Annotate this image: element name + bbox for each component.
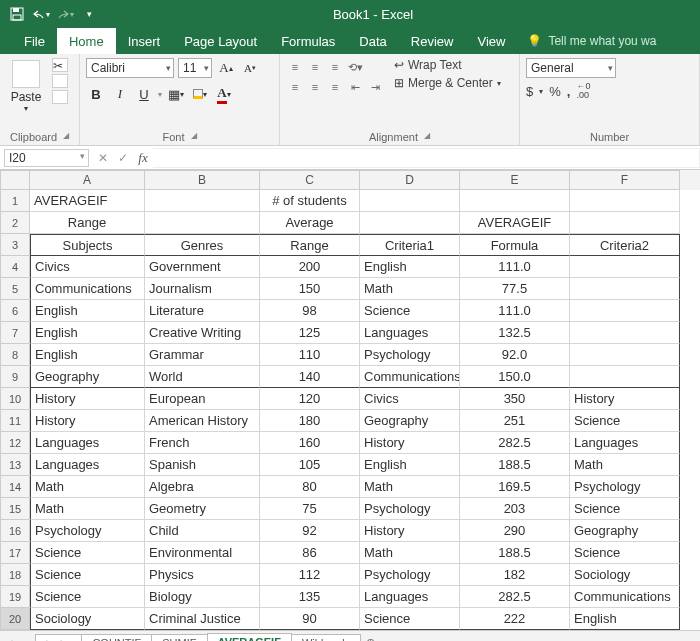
cell[interactable] bbox=[360, 190, 460, 212]
currency-button[interactable]: $ bbox=[526, 84, 533, 99]
sheet-tab[interactable]: COUNTIF bbox=[81, 634, 152, 642]
column-header[interactable]: F bbox=[570, 170, 680, 190]
cell[interactable]: 150.0 bbox=[460, 366, 570, 388]
cell[interactable]: Geometry bbox=[145, 498, 260, 520]
merge-center-button[interactable]: ⊞Merge & Center ▾ bbox=[394, 76, 501, 90]
cell[interactable]: 125 bbox=[260, 322, 360, 344]
cell[interactable]: History bbox=[30, 388, 145, 410]
cell[interactable]: English bbox=[360, 454, 460, 476]
cell[interactable]: Science bbox=[30, 564, 145, 586]
cell[interactable] bbox=[145, 190, 260, 212]
cell[interactable]: 77.5 bbox=[460, 278, 570, 300]
cell[interactable]: # of students bbox=[260, 190, 360, 212]
cell[interactable]: Science bbox=[570, 498, 680, 520]
cell[interactable]: European bbox=[145, 388, 260, 410]
row-header[interactable]: 1 bbox=[0, 190, 30, 212]
cell[interactable]: 160 bbox=[260, 432, 360, 454]
row-header[interactable]: 20 bbox=[0, 608, 30, 630]
cell[interactable]: Math bbox=[30, 476, 145, 498]
cell[interactable]: AVERAGEIF bbox=[460, 212, 570, 234]
row-header[interactable]: 3 bbox=[0, 234, 30, 256]
cell[interactable]: Average bbox=[260, 212, 360, 234]
cell[interactable]: English bbox=[570, 608, 680, 630]
align-bottom-icon[interactable]: ≡ bbox=[326, 58, 344, 76]
align-middle-icon[interactable]: ≡ bbox=[306, 58, 324, 76]
cell[interactable]: Psychology bbox=[360, 498, 460, 520]
sheet-tab[interactable]: SUMIF bbox=[151, 634, 207, 642]
cell[interactable]: 111.0 bbox=[460, 256, 570, 278]
cell[interactable]: Languages bbox=[360, 322, 460, 344]
cell[interactable]: Communications bbox=[360, 366, 460, 388]
cell[interactable]: 135 bbox=[260, 586, 360, 608]
cell[interactable]: English bbox=[30, 344, 145, 366]
cell[interactable]: Science bbox=[30, 586, 145, 608]
cell[interactable]: Spanish bbox=[145, 454, 260, 476]
undo-icon[interactable]: ▾ bbox=[32, 5, 50, 23]
cell[interactable]: Physics bbox=[145, 564, 260, 586]
cell[interactable]: Languages bbox=[570, 432, 680, 454]
cell[interactable] bbox=[570, 366, 680, 388]
cancel-icon[interactable]: ✕ bbox=[93, 151, 113, 165]
ribbon-tab-page-layout[interactable]: Page Layout bbox=[172, 28, 269, 54]
cell[interactable]: American History bbox=[145, 410, 260, 432]
cell[interactable]: Criminal Justice bbox=[145, 608, 260, 630]
font-size-combo[interactable]: 11 bbox=[178, 58, 212, 78]
bold-button[interactable]: B bbox=[86, 84, 106, 104]
cell[interactable]: Creative Writing bbox=[145, 322, 260, 344]
cell[interactable]: Geography bbox=[360, 410, 460, 432]
cell[interactable] bbox=[145, 212, 260, 234]
cell[interactable]: Languages bbox=[30, 432, 145, 454]
font-name-combo[interactable]: Calibri bbox=[86, 58, 174, 78]
percent-button[interactable]: % bbox=[549, 84, 561, 99]
row-header[interactable]: 13 bbox=[0, 454, 30, 476]
cell[interactable] bbox=[570, 300, 680, 322]
cell[interactable]: 111.0 bbox=[460, 300, 570, 322]
column-header[interactable]: E bbox=[460, 170, 570, 190]
cell[interactable]: Genres bbox=[145, 234, 260, 256]
cell[interactable]: Sociology bbox=[30, 608, 145, 630]
formula-input[interactable] bbox=[153, 148, 700, 168]
cell[interactable]: English bbox=[360, 256, 460, 278]
row-header[interactable]: 7 bbox=[0, 322, 30, 344]
cell[interactable]: Biology bbox=[145, 586, 260, 608]
row-header[interactable]: 19 bbox=[0, 586, 30, 608]
cell[interactable] bbox=[570, 256, 680, 278]
dialog-launcher-icon[interactable]: ◢ bbox=[63, 131, 69, 143]
cell[interactable]: 105 bbox=[260, 454, 360, 476]
cell[interactable]: Science bbox=[30, 542, 145, 564]
cell[interactable]: Environmental bbox=[145, 542, 260, 564]
tell-me-search[interactable]: 💡Tell me what you wa bbox=[527, 28, 656, 54]
paste-button[interactable]: Paste ▾ bbox=[6, 58, 46, 113]
orientation-icon[interactable]: ⟲▾ bbox=[346, 58, 364, 76]
row-header[interactable]: 17 bbox=[0, 542, 30, 564]
cell[interactable]: AVERAGEIF bbox=[30, 190, 145, 212]
row-header[interactable]: 16 bbox=[0, 520, 30, 542]
cell[interactable]: Government bbox=[145, 256, 260, 278]
cell[interactable]: Communications bbox=[30, 278, 145, 300]
cell[interactable]: Civics bbox=[30, 256, 145, 278]
cell[interactable]: Science bbox=[570, 410, 680, 432]
row-header[interactable]: 5 bbox=[0, 278, 30, 300]
cell[interactable]: Subjects bbox=[30, 234, 145, 256]
cell[interactable]: 282.5 bbox=[460, 432, 570, 454]
dialog-launcher-icon[interactable]: ◢ bbox=[191, 131, 197, 143]
cell[interactable]: 188.5 bbox=[460, 542, 570, 564]
row-header[interactable]: 2 bbox=[0, 212, 30, 234]
row-header[interactable]: 4 bbox=[0, 256, 30, 278]
cell[interactable]: English bbox=[30, 300, 145, 322]
increase-decimal-icon[interactable]: ←0.00 bbox=[576, 82, 590, 100]
italic-button[interactable]: I bbox=[110, 84, 130, 104]
cell[interactable]: Math bbox=[360, 278, 460, 300]
cut-icon[interactable]: ✂ bbox=[52, 58, 68, 72]
cell[interactable]: 86 bbox=[260, 542, 360, 564]
cell[interactable]: Communications bbox=[570, 586, 680, 608]
sheet-nav-prev-icon[interactable]: ◄ bbox=[0, 637, 18, 642]
cell[interactable]: Psychology bbox=[570, 476, 680, 498]
align-top-icon[interactable]: ≡ bbox=[286, 58, 304, 76]
align-left-icon[interactable]: ≡ bbox=[286, 78, 304, 96]
cell[interactable]: Range bbox=[260, 234, 360, 256]
cell[interactable]: Math bbox=[570, 454, 680, 476]
cell[interactable]: 98 bbox=[260, 300, 360, 322]
row-header[interactable]: 18 bbox=[0, 564, 30, 586]
cell[interactable]: History bbox=[360, 432, 460, 454]
